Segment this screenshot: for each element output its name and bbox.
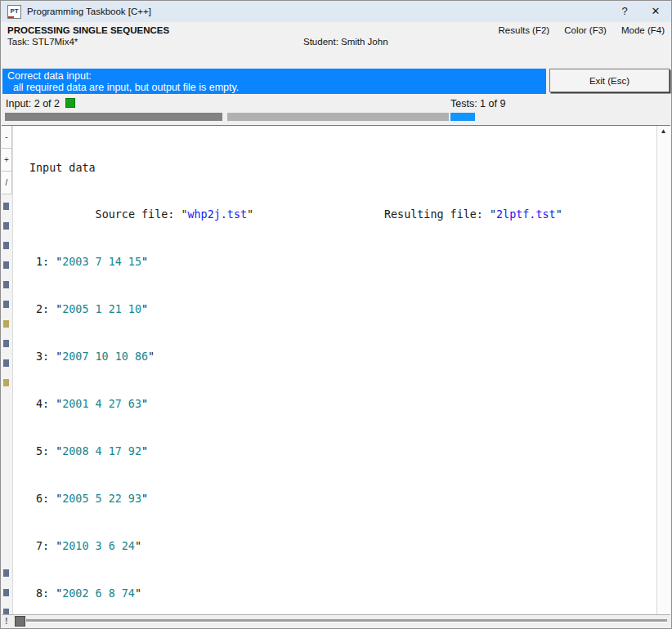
margin-marker bbox=[3, 379, 9, 386]
input-data-row: 2:"2005 1 21 10" bbox=[29, 301, 656, 317]
input-section-title: Input data bbox=[29, 160, 656, 176]
input-data-row: 6:"2005 5 22 93" bbox=[29, 491, 656, 506]
task-header: PROCESSING SINGLE SEQUENCES Task: STL7Mi… bbox=[1, 23, 671, 66]
margin-marker bbox=[3, 203, 9, 210]
tests-progress-label: Tests: 1 of 9 bbox=[450, 98, 505, 109]
color-button[interactable]: Color (F3) bbox=[564, 25, 607, 35]
window-title: Programming Taskbook [C++] bbox=[27, 7, 151, 16]
margin-marker bbox=[3, 569, 9, 577]
h-scrollbar-track[interactable] bbox=[26, 619, 667, 622]
margin-marker bbox=[3, 320, 9, 328]
task-label: Task: STL7Mix4* bbox=[7, 37, 78, 47]
margin-marker bbox=[3, 261, 9, 269]
close-button[interactable]: ✕ bbox=[640, 1, 671, 22]
tests-progress-bar bbox=[450, 113, 475, 121]
input-progress-bar-rest bbox=[227, 113, 449, 121]
warning-icon: ! bbox=[5, 615, 8, 627]
task-text-area[interactable]: Input data Source file: "whp2j.tst"Resul… bbox=[13, 126, 656, 614]
margin-marker bbox=[3, 301, 9, 308]
input-progress-label: Input: 2 of 2 bbox=[6, 98, 75, 109]
margin-marker bbox=[3, 359, 9, 367]
zoom-in-button[interactable]: + bbox=[2, 149, 12, 172]
slash-button[interactable]: / bbox=[2, 172, 12, 194]
input-progress-bar-filled bbox=[5, 113, 222, 121]
app-window: PT Programming Taskbook [C++] ? ✕ PROCES… bbox=[0, 0, 672, 629]
margin-marker bbox=[3, 242, 9, 249]
scroll-up-icon[interactable]: ▲ bbox=[657, 127, 670, 135]
banner-line-2: all required data are input, but output … bbox=[7, 82, 546, 93]
vertical-scrollbar[interactable]: ▲ bbox=[656, 126, 670, 614]
margin-marker bbox=[3, 281, 9, 288]
resulting-file-name: "2lptf.tst" bbox=[490, 208, 562, 221]
source-file-name: "whp2j.tst" bbox=[181, 208, 253, 221]
horizontal-scrollbar[interactable]: ! bbox=[2, 614, 670, 627]
input-data-row: 3:"2007 10 10 86" bbox=[29, 349, 656, 364]
source-file-label: Source file: bbox=[29, 208, 181, 221]
input-data-row: 7:"2010 3 6 24" bbox=[29, 538, 656, 554]
file-info-line: Source file: "whp2j.tst"Resulting file: … bbox=[29, 207, 656, 222]
status-banner: Correct data input: all required data ar… bbox=[2, 69, 546, 94]
input-complete-indicator bbox=[65, 98, 75, 108]
input-data-row: 4:"2001 4 27 63" bbox=[29, 396, 656, 412]
student-label: Student: Smith John bbox=[303, 37, 388, 47]
help-button[interactable]: ? bbox=[609, 1, 640, 22]
margin-marker bbox=[3, 222, 9, 230]
task-content-panel: - + / Input data Source file: "whp2j.tst… bbox=[2, 125, 670, 614]
zoom-out-button[interactable]: - bbox=[2, 126, 12, 149]
window-titlebar[interactable]: PT Programming Taskbook [C++] ? ✕ bbox=[1, 1, 671, 22]
exit-button[interactable]: Exit (Esc) bbox=[549, 69, 670, 92]
mode-button[interactable]: Mode (F4) bbox=[621, 25, 665, 35]
input-data-row: 5:"2008 4 17 92" bbox=[29, 444, 656, 459]
status-row: Input: 2 of 2 Tests: 1 of 9 bbox=[1, 96, 671, 125]
margin-marker-strip: - + / bbox=[2, 126, 13, 614]
resulting-file-label: Resulting file: bbox=[384, 208, 490, 221]
banner-line-1: Correct data input: bbox=[7, 70, 546, 82]
results-button[interactable]: Results (F2) bbox=[499, 25, 550, 35]
h-scrollbar-thumb[interactable] bbox=[15, 616, 25, 627]
input-data-row: 1:"2003 7 14 15" bbox=[29, 254, 656, 270]
margin-marker bbox=[3, 340, 9, 347]
app-icon: PT bbox=[7, 5, 21, 19]
margin-marker bbox=[3, 589, 9, 596]
input-data-row: 8:"2002 6 8 74" bbox=[29, 586, 656, 601]
course-title: PROCESSING SINGLE SEQUENCES bbox=[7, 25, 169, 35]
